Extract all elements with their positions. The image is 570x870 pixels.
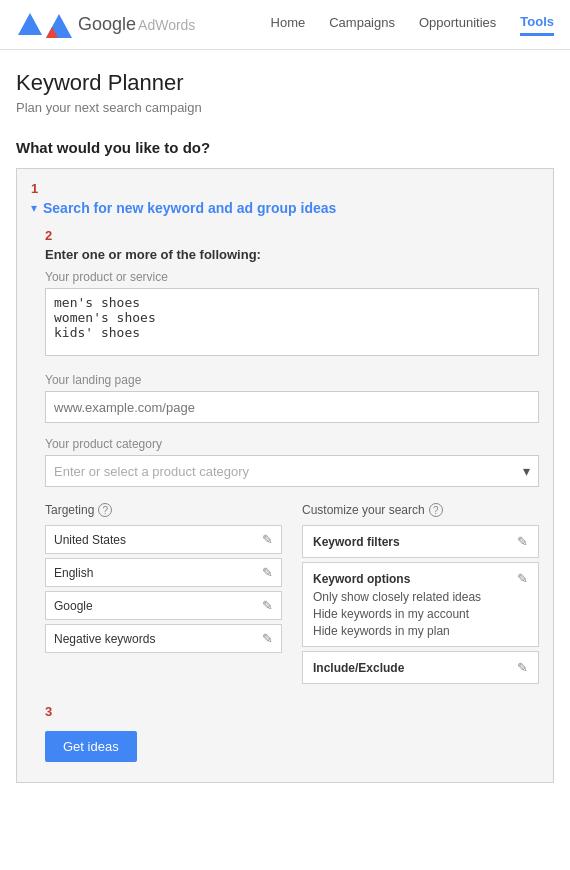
targeting-item-google[interactable]: Google ✎ xyxy=(45,591,282,620)
step3-number: 3 xyxy=(45,704,539,719)
keyword-options-title: Keyword options xyxy=(313,572,410,586)
two-col-section: Targeting ? United States ✎ English ✎ Go… xyxy=(45,503,539,688)
page-subtitle: Plan your next search campaign xyxy=(16,100,554,115)
landing-label: Your landing page xyxy=(45,373,539,387)
targeting-negative-label: Negative keywords xyxy=(54,632,155,646)
keyword-planner-panel: 1 ▾ Search for new keyword and ad group … xyxy=(16,168,554,783)
section-question: What would you like to do? xyxy=(16,139,554,156)
targeting-negative-edit-icon[interactable]: ✎ xyxy=(262,631,273,646)
keyword-options-edit-icon[interactable]: ✎ xyxy=(517,571,528,586)
nav-campaigns[interactable]: Campaigns xyxy=(329,15,395,34)
keyword-filters-header: Keyword filters ✎ xyxy=(313,534,528,549)
customize-col: Customize your search ? Keyword filters … xyxy=(302,503,539,688)
targeting-english-label: English xyxy=(54,566,93,580)
targeting-title: Targeting xyxy=(45,503,94,517)
adwords-triangle-icon xyxy=(44,10,74,40)
category-dropdown-icon: ▾ xyxy=(523,463,530,479)
targeting-google-label: Google xyxy=(54,599,93,613)
nav-home[interactable]: Home xyxy=(271,15,306,34)
keyword-textarea[interactable]: men's shoes women's shoes kids' shoes xyxy=(45,288,539,356)
category-input-section: Your product category Enter or select a … xyxy=(45,437,539,487)
adwords-text: AdWords xyxy=(138,17,195,33)
expand-section[interactable]: ▾ Search for new keyword and ad group id… xyxy=(31,200,539,216)
keyword-option-3: Hide keywords in my plan xyxy=(313,624,528,638)
include-exclude-item: Include/Exclude ✎ xyxy=(302,651,539,684)
include-exclude-header: Include/Exclude ✎ xyxy=(313,660,528,675)
targeting-english-edit-icon[interactable]: ✎ xyxy=(262,565,273,580)
category-label: Your product category xyxy=(45,437,539,451)
adwords-logo-icon xyxy=(16,11,44,39)
customize-help-icon[interactable]: ? xyxy=(429,503,443,517)
targeting-item-us[interactable]: United States ✎ xyxy=(45,525,282,554)
targeting-help-icon[interactable]: ? xyxy=(98,503,112,517)
step2-number: 2 xyxy=(45,228,539,243)
keyword-option-1: Only show closely related ideas xyxy=(313,590,528,604)
enter-label: Enter one or more of the following: xyxy=(45,247,539,262)
keyword-options-item: Keyword options ✎ Only show closely rela… xyxy=(302,562,539,647)
category-placeholder: Enter or select a product category xyxy=(54,464,249,479)
keyword-options-header: Keyword options ✎ xyxy=(313,571,528,586)
logo: Google AdWords xyxy=(16,10,195,40)
keyword-filters-edit-icon[interactable]: ✎ xyxy=(517,534,528,549)
customize-header: Customize your search ? xyxy=(302,503,539,517)
product-label: Your product or service xyxy=(45,270,539,284)
nav-opportunities[interactable]: Opportunities xyxy=(419,15,496,34)
google-text: Google xyxy=(78,14,136,35)
targeting-header: Targeting ? xyxy=(45,503,282,517)
targeting-item-negative[interactable]: Negative keywords ✎ xyxy=(45,624,282,653)
include-exclude-title: Include/Exclude xyxy=(313,661,404,675)
expand-arrow-icon: ▾ xyxy=(31,201,37,215)
targeting-us-edit-icon[interactable]: ✎ xyxy=(262,532,273,547)
get-ideas-button[interactable]: Get ideas xyxy=(45,731,137,762)
page-title: Keyword Planner xyxy=(16,70,554,96)
landing-input-section: Your landing page xyxy=(45,373,539,423)
step1-number: 1 xyxy=(31,181,539,196)
category-select[interactable]: Enter or select a product category ▾ xyxy=(45,455,539,487)
targeting-col: Targeting ? United States ✎ English ✎ Go… xyxy=(45,503,282,688)
top-nav: Google AdWords Home Campaigns Opportunit… xyxy=(0,0,570,50)
keyword-textarea-wrapper: men's shoes women's shoes kids' shoes xyxy=(45,288,539,359)
customize-title: Customize your search xyxy=(302,503,425,517)
nav-tools[interactable]: Tools xyxy=(520,14,554,36)
step2-section: 2 Enter one or more of the following: Yo… xyxy=(31,228,539,762)
product-input-section: Your product or service men's shoes wome… xyxy=(45,270,539,359)
step3-section: 3 Get ideas xyxy=(45,704,539,762)
nav-links: Home Campaigns Opportunities Tools xyxy=(235,14,554,36)
keyword-options-subitems: Only show closely related ideas Hide key… xyxy=(313,590,528,638)
step1-section: 1 ▾ Search for new keyword and ad group … xyxy=(31,181,539,216)
expand-title[interactable]: Search for new keyword and ad group idea… xyxy=(43,200,336,216)
landing-page-input[interactable] xyxy=(45,391,539,423)
targeting-google-edit-icon[interactable]: ✎ xyxy=(262,598,273,613)
targeting-item-english[interactable]: English ✎ xyxy=(45,558,282,587)
keyword-filters-item: Keyword filters ✎ xyxy=(302,525,539,558)
keyword-option-2: Hide keywords in my account xyxy=(313,607,528,621)
main-content: What would you like to do? 1 ▾ Search fo… xyxy=(0,123,570,815)
include-exclude-edit-icon[interactable]: ✎ xyxy=(517,660,528,675)
targeting-us-label: United States xyxy=(54,533,126,547)
page-header: Keyword Planner Plan your next search ca… xyxy=(0,50,570,123)
keyword-filters-title: Keyword filters xyxy=(313,535,400,549)
